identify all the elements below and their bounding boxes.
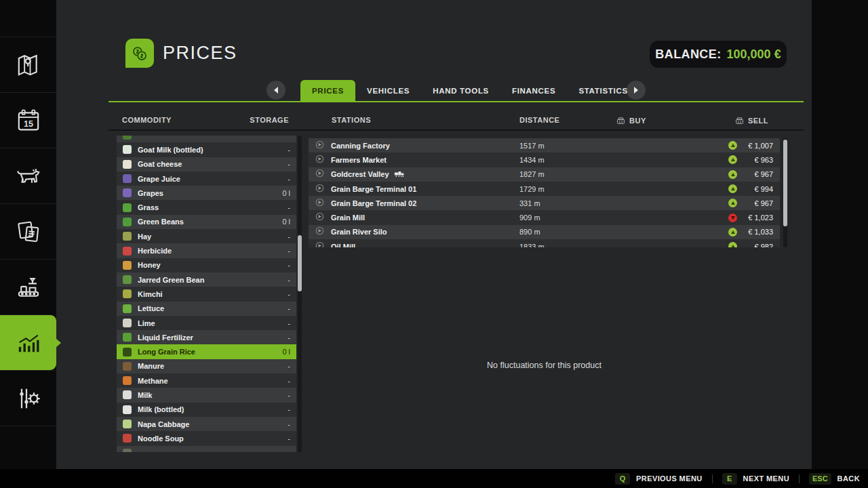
station-row[interactable]: Grain Mill 909 m € 1,023	[309, 210, 780, 224]
station-sell-price: € 1,033	[742, 228, 773, 236]
commodity-row[interactable]: Goat Milk (bottled) -	[117, 142, 296, 157]
key-hint-label: PREVIOUS MENU	[636, 474, 703, 483]
stations-scrollbar[interactable]	[783, 138, 787, 247]
commodity-row[interactable]: Herbicide -	[117, 243, 296, 258]
commodity-row[interactable]: Grass -	[117, 200, 296, 214]
production-icon	[15, 274, 42, 301]
commodity-icon	[123, 174, 132, 183]
key-badge: ESC	[809, 473, 831, 485]
commodity-row[interactable]: Jarred Green Bean -	[117, 272, 296, 287]
column-header-storage: STORAGE	[226, 116, 289, 124]
buy-register-icon	[616, 116, 625, 125]
column-header-stations: STATIONS	[332, 116, 371, 124]
commodity-icon	[123, 348, 132, 357]
commodity-row[interactable]: Kimchi -	[117, 287, 296, 301]
svg-text:15: 15	[24, 119, 33, 129]
commodity-row[interactable]: Green Beans 0 l	[117, 215, 296, 229]
station-name: Goldcrest Valley	[331, 170, 389, 178]
commodity-row[interactable]: Grapes 0 l	[117, 186, 296, 200]
stations-scrollbar-thumb[interactable]	[783, 140, 787, 226]
commodity-row[interactable]: Milk -	[117, 388, 296, 402]
balance-value: 100,000 €	[727, 47, 781, 62]
commodity-name: Goat cheese	[138, 160, 182, 168]
station-row[interactable]: Oil Mill 1833 m € 982	[309, 239, 780, 247]
key-badge: Q	[615, 473, 630, 485]
commodity-row[interactable]: Milk (bottled) -	[117, 403, 296, 417]
key-hint-label: NEXT MENU	[743, 474, 789, 483]
sell-register-icon	[735, 116, 744, 125]
commodity-row[interactable]: Grape Juice -	[117, 171, 296, 186]
station-row[interactable]: Canning Factory 1517 m € 1,007	[309, 138, 780, 152]
station-jump-icon	[315, 211, 331, 224]
commodity-row[interactable]: Lettuce -	[117, 302, 296, 316]
column-header-sell: SELL	[714, 116, 768, 125]
station-row[interactable]: Goldcrest Valley 1827 m € 967	[309, 167, 780, 182]
commodity-row[interactable]: Honey -	[117, 258, 296, 272]
commodity-row[interactable]: Noodle Soup -	[117, 431, 296, 445]
commodity-scrollbar[interactable]	[298, 136, 302, 452]
commodity-row[interactable]: Liquid Fertilizer -	[117, 330, 296, 344]
sidebar-item-prices[interactable]	[0, 314, 56, 370]
station-row[interactable]: Farmers Market 1434 m € 963	[309, 152, 780, 167]
commodity-storage: -	[288, 276, 290, 284]
tab[interactable]: VEHICLES	[355, 80, 421, 101]
station-jump-icon	[315, 197, 331, 209]
trend-icon	[728, 199, 737, 207]
tab[interactable]: PRICES	[300, 80, 355, 101]
commodity-row[interactable]: Napa Cabbage -	[117, 417, 296, 431]
commodity-icon	[123, 390, 132, 399]
commodity-icon	[123, 145, 132, 154]
commodity-icon	[123, 247, 132, 256]
commodity-row[interactable]: Lime -	[117, 316, 296, 330]
map-icon	[15, 52, 42, 79]
sidebar-item-contracts[interactable]	[0, 203, 56, 259]
station-name: Farmers Market	[331, 156, 387, 164]
commodity-storage: -	[288, 175, 290, 183]
station-sell-price: € 967	[742, 170, 773, 178]
tab[interactable]: FINANCES	[500, 80, 567, 101]
commodity-storage: 0 l	[282, 189, 290, 197]
commodity-storage: -	[288, 146, 290, 154]
prices-icon	[15, 329, 42, 357]
sidebar-item-animals[interactable]	[0, 148, 56, 203]
trend-icon	[728, 141, 737, 150]
tab[interactable]: STATISTICS	[567, 80, 639, 101]
commodity-row[interactable]	[117, 136, 296, 142]
commodity-icon	[123, 449, 132, 452]
commodity-icon	[123, 160, 132, 169]
commodity-row[interactable]	[117, 446, 296, 452]
commodity-icon	[123, 188, 132, 197]
commodity-row[interactable]: Long Grain Rice 0 l	[117, 344, 296, 359]
commodity-row[interactable]: Methane -	[117, 373, 296, 388]
commodity-row[interactable]: Hay -	[117, 229, 296, 243]
station-row[interactable]: Grain Barge Terminal 02 331 m € 967	[309, 196, 780, 210]
station-name: Canning Factory	[331, 142, 390, 150]
commodity-name: Methane	[138, 377, 168, 385]
sidebar-item-production[interactable]	[0, 259, 56, 314]
bottom-bar: Q PREVIOUS MENU E NEXT MENU ESC BACK	[0, 469, 868, 488]
station-jump-icon	[315, 168, 331, 180]
tab-bar: PRICESVEHICLESHAND TOOLSFINANCESSTATISTI…	[300, 80, 639, 101]
key-hint-label: BACK	[837, 474, 860, 483]
commodity-icon	[123, 376, 132, 385]
commodity-storage: -	[288, 405, 290, 413]
sidebar-item-map[interactable]	[0, 37, 56, 92]
trend-icon	[728, 155, 737, 164]
balance-label: BALANCE:	[655, 47, 721, 62]
settings-icon	[15, 385, 42, 412]
sell-label: SELL	[748, 117, 768, 125]
commodity-storage: -	[288, 377, 290, 385]
commodity-scrollbar-thumb[interactable]	[298, 235, 302, 291]
commodity-row[interactable]: Manure -	[117, 359, 296, 373]
tab[interactable]: HAND TOOLS	[421, 80, 500, 101]
sidebar-item-calendar[interactable]: 15	[0, 92, 56, 148]
column-header-commodity: COMMODITY	[122, 116, 172, 124]
station-row[interactable]: Grain Barge Terminal 01 1729 m € 994	[309, 182, 780, 196]
station-row[interactable]: Grain River Silo 890 m € 1,033	[309, 225, 780, 239]
sidebar-item-settings[interactable]	[0, 370, 56, 426]
commodity-row[interactable]: Goat cheese -	[117, 157, 296, 171]
animals-icon	[15, 163, 42, 190]
commodity-name: Goat Milk (bottled)	[138, 146, 203, 154]
tab-prev-arrow-button[interactable]	[267, 81, 285, 100]
balance-pill: BALANCE: 100,000 €	[650, 41, 787, 68]
